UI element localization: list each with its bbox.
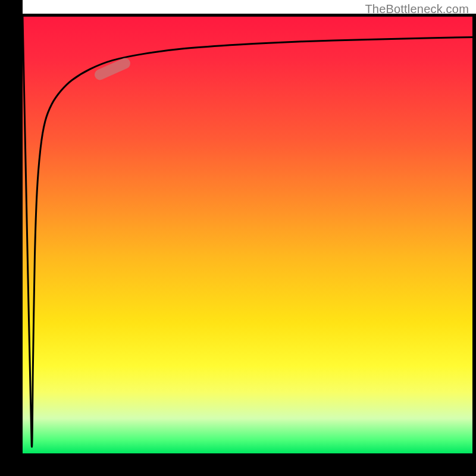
frame-border-right <box>472 14 476 476</box>
chart-frame <box>0 0 476 476</box>
frame-border-left <box>0 0 23 476</box>
watermark-text: TheBottleneck.com <box>365 2 469 16</box>
chart-curve <box>23 17 472 453</box>
chart-plot-area <box>23 17 472 453</box>
frame-border-bottom <box>0 453 476 476</box>
